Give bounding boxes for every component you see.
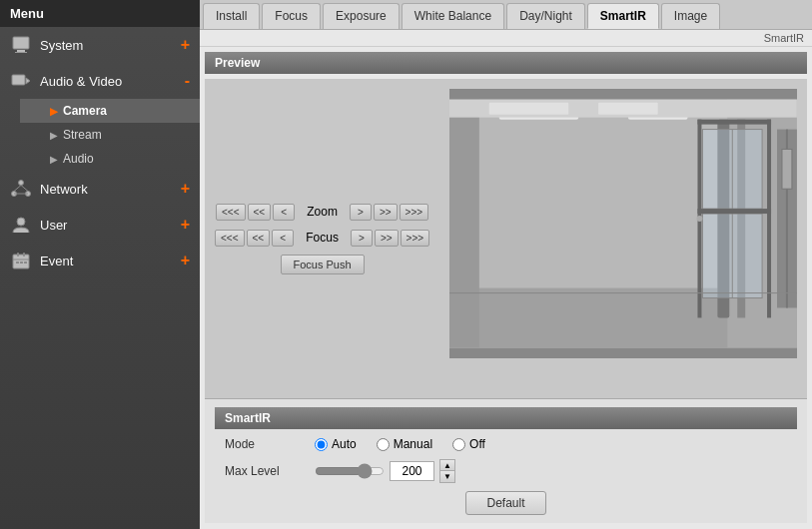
svg-rect-41	[489, 103, 569, 115]
preview-header: Preview	[205, 52, 807, 74]
sidebar-camera-label: Camera	[63, 104, 107, 118]
preview-image	[449, 89, 797, 358]
sidebar-network-toggle[interactable]: +	[181, 180, 190, 198]
focus-wide-step-button[interactable]: >	[351, 230, 373, 247]
level-slider[interactable]	[315, 463, 385, 479]
mode-row: Mode Auto Manual Off	[215, 437, 797, 451]
sidebar-item-audio[interactable]: ▶ Audio	[20, 147, 200, 171]
svg-marker-4	[26, 78, 30, 84]
content-area: Preview <<< << < Zoom > >> >>> <<< << <	[200, 47, 812, 529]
svg-rect-13	[17, 253, 19, 257]
sidebar-user-toggle[interactable]: +	[181, 216, 190, 234]
svg-rect-0	[13, 37, 29, 49]
svg-rect-1	[17, 50, 25, 52]
focus-near-step-button[interactable]: <	[272, 230, 294, 247]
mode-auto-radio[interactable]	[315, 438, 328, 451]
zoom-wide-far-button[interactable]: >>>	[400, 204, 429, 221]
tab-exposure[interactable]: Exposure	[323, 3, 400, 29]
focus-far-button[interactable]: <<	[247, 230, 271, 247]
sidebar-event-label: Event	[40, 254, 181, 268]
svg-rect-14	[23, 253, 25, 257]
svg-point-5	[19, 181, 24, 186]
sidebar-av-toggle[interactable]: -	[185, 72, 190, 90]
svg-line-9	[21, 186, 28, 192]
camera-arrow: ▶	[50, 106, 58, 117]
default-button[interactable]: Default	[465, 491, 545, 515]
sidebar: Menu System + Audio & Video - ▶ Camera	[0, 0, 200, 529]
sidebar-item-event[interactable]: Event +	[0, 243, 200, 278]
sidebar-system-label: System	[40, 38, 181, 53]
svg-rect-16	[16, 262, 19, 264]
smartir-header: SmartIR	[215, 407, 797, 429]
svg-rect-30	[698, 120, 772, 125]
system-icon	[10, 34, 32, 56]
sidebar-audio-label: Audio	[63, 152, 94, 166]
tab-smartir[interactable]: SmartIR	[587, 3, 659, 29]
audio-arrow: ▶	[50, 154, 58, 165]
sidebar-item-camera[interactable]: ▶ Camera	[20, 99, 200, 123]
mode-label: Mode	[225, 437, 315, 451]
sidebar-item-user[interactable]: User +	[0, 207, 200, 243]
sidebar-av-label: Audio & Video	[40, 74, 185, 89]
svg-rect-18	[24, 262, 27, 264]
zoom-far-far-button[interactable]: <<<	[216, 204, 246, 221]
main-content: Install Focus Exposure White Balance Day…	[200, 0, 812, 529]
active-tab-label: SmartIR	[200, 30, 812, 47]
default-row: Default	[215, 491, 797, 515]
sidebar-item-av[interactable]: Audio & Video -	[0, 63, 200, 99]
zoom-label: Zoom	[297, 203, 348, 221]
focus-control-row: <<< << < Focus > >> >>>	[215, 229, 429, 247]
mode-radio-group: Auto Manual Off	[315, 437, 485, 451]
mode-manual-label[interactable]: Manual	[394, 437, 432, 451]
level-control: ▲ ▼	[315, 459, 455, 483]
mode-auto-option[interactable]: Auto	[315, 437, 357, 451]
mode-off-radio[interactable]	[452, 438, 465, 451]
mode-manual-radio[interactable]	[377, 438, 390, 451]
level-input[interactable]	[390, 461, 434, 481]
level-down-button[interactable]: ▼	[440, 471, 454, 482]
focus-push-button[interactable]: Focus Push	[281, 255, 365, 274]
sidebar-header: Menu	[0, 0, 200, 27]
tab-image[interactable]: Image	[661, 3, 720, 29]
mode-manual-option[interactable]: Manual	[377, 437, 432, 451]
level-up-button[interactable]: ▲	[440, 460, 454, 471]
level-spinners: ▲ ▼	[439, 459, 455, 483]
tab-day-night[interactable]: Day/Night	[506, 3, 585, 29]
sidebar-network-label: Network	[40, 182, 181, 197]
sidebar-item-stream[interactable]: ▶ Stream	[20, 123, 200, 147]
svg-rect-3	[12, 75, 25, 85]
tab-install[interactable]: Install	[203, 3, 260, 29]
sidebar-system-toggle[interactable]: +	[181, 36, 190, 54]
svg-rect-37	[782, 149, 792, 189]
svg-rect-24	[449, 100, 479, 347]
max-level-row: Max Level ▲ ▼	[215, 459, 797, 483]
tab-focus[interactable]: Focus	[262, 3, 321, 29]
sidebar-item-system[interactable]: System +	[0, 27, 200, 63]
stream-arrow: ▶	[50, 130, 58, 141]
network-icon	[10, 178, 32, 200]
svg-rect-29	[767, 120, 771, 318]
mode-off-label[interactable]: Off	[469, 437, 485, 451]
svg-point-38	[697, 216, 703, 222]
sidebar-av-sub: ▶ Camera ▶ Stream ▶ Audio	[0, 99, 200, 171]
event-icon	[10, 250, 32, 271]
sidebar-event-toggle[interactable]: +	[181, 252, 190, 269]
focus-wide-far-button[interactable]: >>>	[401, 230, 430, 247]
tab-white-balance[interactable]: White Balance	[402, 3, 504, 29]
mode-auto-label[interactable]: Auto	[332, 437, 357, 451]
zoom-near-step-button[interactable]: <	[273, 204, 295, 221]
focus-far-far-button[interactable]: <<<	[215, 230, 245, 247]
svg-rect-17	[20, 262, 23, 264]
zoom-wide-button[interactable]: >>	[374, 204, 398, 221]
preview-area: <<< << < Zoom > >> >>> <<< << < Focus > …	[205, 79, 807, 398]
smartir-section: SmartIR Mode Auto Manual Off	[205, 398, 807, 523]
svg-rect-34	[698, 209, 772, 214]
max-level-label: Max Level	[225, 464, 315, 478]
mode-off-option[interactable]: Off	[452, 437, 485, 451]
zoom-far-button[interactable]: <<	[248, 204, 272, 221]
zoom-focus-controls: <<< << < Zoom > >> >>> <<< << < Focus > …	[215, 89, 429, 388]
zoom-wide-step-button[interactable]: >	[350, 204, 372, 221]
focus-wide-button[interactable]: >>	[375, 230, 399, 247]
zoom-control-row: <<< << < Zoom > >> >>>	[216, 203, 428, 221]
sidebar-item-network[interactable]: Network +	[0, 171, 200, 207]
